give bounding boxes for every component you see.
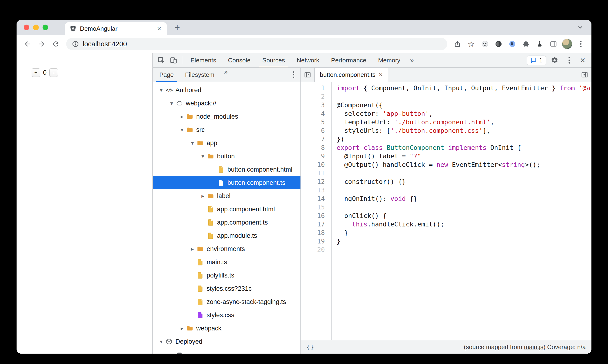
site-info-icon[interactable] [72,40,79,48]
back-button[interactable] [21,37,34,51]
gutter-line-number[interactable]: 10 [301,160,331,169]
gutter-line-number[interactable]: 14 [301,195,331,203]
browser-tab[interactable]: DemoAngular × [65,22,167,35]
gutter-line-number[interactable]: 8 [301,143,331,152]
devtools-tab-performance[interactable]: Performance [325,53,372,67]
devtools-tab-elements[interactable]: Elements [185,53,222,67]
tree-item-deployed[interactable]: ▾Deployed [153,335,300,348]
file-tree[interactable]: ▾</>Authored▾webpack://▸node_modules▾src… [153,82,300,354]
gutter-line-number[interactable]: 11 [301,169,331,178]
disclosure-open-icon[interactable]: ▾ [157,338,166,345]
gutter-line-number[interactable]: 18 [301,229,331,237]
new-tab-button[interactable]: + [172,23,182,32]
tree-item-polyfills.ts[interactable]: polyfills.ts [153,269,300,282]
address-bar[interactable]: localhost:4200 [66,38,447,50]
minimize-window-button[interactable] [33,25,39,30]
gutter-line-number[interactable]: 6 [301,127,331,135]
extensions-puzzle-icon[interactable] [520,38,532,50]
tree-item-app[interactable]: ▾app [153,136,300,150]
tree-item-webpack-[interactable]: ▾webpack:// [153,97,300,110]
devtools-tab-sources[interactable]: Sources [257,53,291,67]
extension-lock-icon[interactable] [506,38,519,50]
disclosure-closed-icon[interactable]: ▸ [178,325,186,332]
tree-item-button.component.ts[interactable]: button.component.ts [153,176,300,189]
tab-close-icon[interactable]: × [156,25,162,32]
gutter-line-number[interactable]: 5 [301,118,331,127]
disclosure-open-icon[interactable]: ▾ [188,140,197,146]
decrement-button[interactable]: - [49,68,58,77]
gutter-line-number[interactable]: 2 [301,92,331,101]
disclosure-open-icon[interactable]: ▾ [199,153,207,159]
device-toolbar-icon[interactable] [167,54,180,66]
gutter-line-number[interactable]: 12 [301,178,331,186]
editor-file-tab[interactable]: button.component.ts × [314,68,388,82]
gutter-line-number[interactable]: 16 [301,211,331,220]
tree-item-label[interactable]: ▸label [153,189,300,203]
more-panels-icon[interactable]: » [406,56,418,64]
tree-item-zone-async-stack-tagging.ts[interactable]: zone-async-stack-tagging.ts [153,295,300,309]
tree-item-src[interactable]: ▾src [153,123,300,136]
console-messages-pill[interactable]: 1 [527,55,546,65]
gutter-line-number[interactable]: 1 [301,84,331,92]
tree-item-app.component.html[interactable]: app.component.html [153,203,300,216]
disclosure-closed-icon[interactable]: ▸ [178,114,186,120]
maximize-window-button[interactable] [42,25,48,30]
pretty-print-button[interactable]: {} [306,344,314,351]
devtools-menu-kebab-icon[interactable] [563,54,575,66]
tree-item-authored[interactable]: ▾</>Authored [153,83,300,97]
gutter-line-number[interactable]: 3 [301,101,331,109]
extension-mask-icon[interactable] [479,38,491,50]
bookmark-star-icon[interactable]: ☆ [465,38,478,50]
gutter-line-number[interactable]: 15 [301,203,331,211]
tree-item-partial[interactable] [153,348,300,354]
side-panel-icon[interactable] [547,38,560,50]
gutter-line-number[interactable]: 20 [301,246,331,254]
browser-menu-kebab-icon[interactable] [574,38,587,50]
devtools-tab-network[interactable]: Network [291,53,325,67]
show-debugger-sidebar-icon[interactable] [578,68,592,82]
devtools-tab-memory[interactable]: Memory [372,53,406,67]
disclosure-open-icon[interactable]: ▾ [178,127,186,133]
gutter-line-number[interactable]: 17 [301,220,331,229]
extension-dark-circle-icon[interactable] [492,38,505,50]
tree-item-environments[interactable]: ▸environments [153,242,300,256]
reload-button[interactable] [49,37,62,51]
hide-navigator-icon[interactable] [301,68,314,82]
inspect-element-icon[interactable] [155,54,167,66]
gutter-line-number[interactable]: 9 [301,152,331,160]
navigator-tab-filesystem[interactable]: Filesystem [180,68,220,82]
tree-item-node-modules[interactable]: ▸node_modules [153,110,300,123]
tree-item-webpack[interactable]: ▸webpack [153,322,300,335]
settings-gear-icon[interactable] [548,54,561,66]
tree-item-styles.css[interactable]: styles.css [153,309,300,322]
tree-item-button.component.html[interactable]: button.component.html [153,163,300,176]
disclosure-open-icon[interactable]: ▾ [167,100,176,107]
navigator-kebab-icon[interactable] [288,68,299,82]
navigator-tab-page[interactable]: Page [154,68,180,82]
tree-item-main.ts[interactable]: main.ts [153,256,300,269]
disclosure-closed-icon[interactable]: ▸ [188,246,197,252]
devtools-close-icon[interactable]: × [578,56,588,65]
devtools-tab-console[interactable]: Console [222,53,256,67]
gutter-line-number[interactable]: 13 [301,186,331,195]
tree-item-app.module.ts[interactable]: app.module.ts [153,229,300,242]
disclosure-open-icon[interactable]: ▾ [157,87,166,93]
editor-tab-close-icon[interactable]: × [379,71,383,78]
tab-search-chevron-icon[interactable] [575,22,585,33]
share-icon[interactable] [451,38,464,50]
tree-item-button[interactable]: ▾button [153,150,300,163]
gutter-line-number[interactable]: 4 [301,109,331,118]
source-map-link[interactable]: main.js [524,343,543,351]
tree-item-styles.css-231c[interactable]: styles.css?231c [153,282,300,295]
close-window-button[interactable] [24,25,29,30]
more-navigator-tabs-icon[interactable]: » [220,68,232,82]
code-area[interactable]: 1import { Component, OnInit, Input, Outp… [301,82,592,340]
gutter-line-number[interactable]: 19 [301,237,331,246]
disclosure-closed-icon[interactable]: ▸ [199,193,207,199]
tree-item-app.component.ts[interactable]: app.component.ts [153,216,300,229]
gutter-line-number[interactable]: 7 [301,135,331,143]
increment-button[interactable]: + [32,68,40,77]
profile-avatar[interactable] [561,38,573,50]
forward-button[interactable] [35,37,48,51]
flask-extension-icon[interactable] [533,38,546,50]
